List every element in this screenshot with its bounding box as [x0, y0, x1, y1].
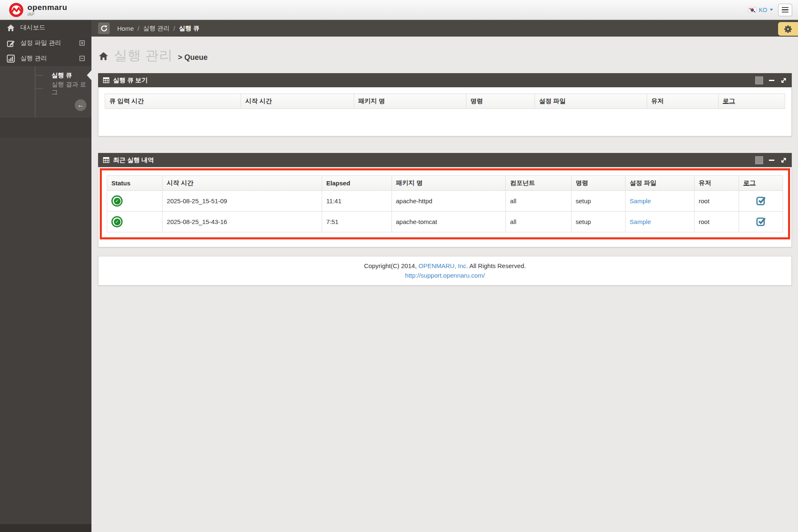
sidebar-background	[0, 138, 91, 524]
status-success-icon	[111, 216, 123, 227]
sidebar-item-dashboard[interactable]: 대시보드	[0, 20, 91, 35]
brand-subtitle: iAP	[27, 12, 67, 17]
home-icon	[98, 51, 109, 61]
sidebar-item-label: 실행 관리	[20, 54, 47, 62]
col-elapsed[interactable]: Elapsed	[322, 176, 392, 191]
col-command[interactable]: 명령	[571, 176, 626, 191]
brand-name: openmaru	[27, 3, 67, 11]
bar-chart-icon	[7, 54, 15, 63]
col-config-file[interactable]: 설정 파일	[534, 94, 647, 109]
config-sample-link[interactable]: Sample	[630, 197, 651, 204]
col-user[interactable]: 유저	[694, 176, 739, 191]
copyright-line: Copyright(C) 2014, OPENMARU, Inc. All Ri…	[103, 261, 787, 271]
expand-diagonal-icon	[781, 77, 787, 84]
support-url-link[interactable]: http://support.opennaru.com/	[405, 272, 485, 279]
breadcrumb-separator: /	[138, 25, 139, 32]
col-start-time[interactable]: 시작 시간	[241, 94, 354, 109]
recent-executions-table: Status 시작 시간 Elapsed 패키지 명 컴포넌트 명령 설정 파일…	[107, 175, 783, 232]
cell-start-time: 2025-08-25_15-51-09	[163, 191, 322, 212]
col-status[interactable]: Status	[107, 176, 163, 191]
cell-elapsed: 11:41	[322, 191, 392, 212]
view-log-button[interactable]	[756, 216, 766, 227]
queue-table-header-row: 큐 입력 시간 시작 시간 패키지 명 명령 설정 파일 유저 로그	[105, 94, 785, 109]
col-command[interactable]: 명령	[466, 94, 534, 109]
language-selector[interactable]: KO	[748, 7, 773, 13]
breadcrumb-separator: /	[173, 25, 175, 32]
korean-flag-icon	[748, 7, 756, 12]
cell-component: all	[506, 191, 571, 212]
copyright-prefix: Copyright(C) 2014,	[364, 262, 419, 269]
recent-executions-panel: 최근 실행 내역	[98, 153, 792, 247]
sidebar-item-execution-result-log[interactable]: 실행 결과 로그	[0, 82, 91, 95]
page-title: 실행 관리	[114, 47, 173, 65]
table-row: 2025-08-25_15-43-16 7:51 apache-tomcat a…	[107, 212, 783, 232]
col-user[interactable]: 유저	[647, 94, 718, 109]
col-package-name[interactable]: 패키지 명	[354, 94, 466, 109]
queue-table: 큐 입력 시간 시작 시간 패키지 명 명령 설정 파일 유저 로그	[105, 94, 785, 109]
expand-plus-icon[interactable]	[79, 40, 85, 46]
footer: Copyright(C) 2014, OPENMARU, Inc. All Ri…	[98, 256, 792, 286]
breadcrumb-home[interactable]: Home	[117, 25, 134, 32]
cell-command: setup	[571, 212, 626, 232]
col-component[interactable]: 컴포넌트	[506, 176, 571, 191]
widget-handle-icon[interactable]	[755, 156, 763, 164]
sidebar-collapse-button[interactable]: ←	[75, 99, 86, 111]
status-success-icon	[111, 195, 123, 207]
page-subtitle: > Queue	[178, 53, 208, 62]
table-icon	[103, 157, 109, 163]
cell-command: setup	[571, 191, 626, 212]
sidebar-item-config-files[interactable]: 설정 파일 관리	[0, 35, 91, 51]
cell-user: root	[694, 191, 739, 212]
col-config-file[interactable]: 설정 파일	[626, 176, 695, 191]
edit-icon	[7, 39, 15, 47]
queue-panel: 실행 큐 보기	[98, 73, 792, 136]
check-square-icon	[756, 195, 766, 206]
panel-expand-button[interactable]	[781, 77, 787, 84]
settings-flyout-tab[interactable]	[778, 22, 798, 36]
col-package-name[interactable]: 패키지 명	[392, 176, 506, 191]
home-icon	[7, 24, 15, 32]
widget-handle-icon[interactable]	[755, 76, 763, 84]
recent-panel-header: 최근 실행 내역	[98, 153, 792, 167]
breadcrumb-execution[interactable]: 실행 관리	[143, 25, 170, 32]
collapse-minus-icon[interactable]	[79, 56, 85, 61]
logo-link[interactable]: openmaru iAP	[9, 3, 67, 17]
sidebar-bottom-strip	[0, 524, 91, 532]
sidebar-item-execution-queue[interactable]: 실행 큐	[0, 69, 91, 82]
sidebar-item-execution[interactable]: 실행 관리	[0, 51, 91, 66]
recent-table-header-row: Status 시작 시간 Elapsed 패키지 명 컴포넌트 명령 설정 파일…	[107, 176, 783, 191]
table-icon	[103, 77, 109, 83]
panel-collapse-button[interactable]	[769, 77, 775, 83]
panel-collapse-button[interactable]	[769, 157, 775, 163]
breadcrumb: Home / 실행 관리 / 실행 큐	[117, 25, 200, 32]
queue-table-empty-area	[105, 109, 785, 130]
recent-panel-title: 최근 실행 내역	[113, 156, 154, 164]
cell-component: all	[506, 212, 571, 232]
view-log-button[interactable]	[756, 195, 766, 206]
page-header: 실행 관리 > Queue	[91, 37, 798, 73]
col-log[interactable]: 로그	[718, 94, 785, 109]
cell-elapsed: 7:51	[322, 212, 392, 232]
col-start-time[interactable]: 시작 시간	[163, 176, 322, 191]
cell-user: root	[694, 212, 739, 232]
openmaru-logo-icon	[9, 3, 23, 17]
col-queue-entry-time[interactable]: 큐 입력 시간	[105, 94, 241, 109]
gear-icon	[784, 25, 792, 33]
cell-start-time: 2025-08-25_15-43-16	[163, 212, 322, 232]
panel-expand-button[interactable]	[781, 157, 787, 163]
config-sample-link[interactable]: Sample	[630, 218, 651, 225]
hamburger-menu-button[interactable]	[778, 4, 792, 16]
execution-submenu: 실행 큐 실행 결과 로그 ←	[0, 66, 91, 118]
language-code: KO	[759, 7, 767, 13]
col-log[interactable]: 로그	[739, 176, 783, 191]
main-content: Home / 실행 관리 / 실행 큐 실행 관리 > Queue	[91, 20, 798, 532]
queue-panel-title: 실행 큐 보기	[113, 76, 148, 84]
sub-item-label: 실행 큐	[52, 71, 72, 79]
top-header: openmaru iAP KO	[0, 0, 798, 20]
cell-package: apache-httpd	[392, 191, 506, 212]
refresh-button[interactable]	[98, 22, 110, 34]
refresh-icon	[101, 25, 108, 32]
table-row: 2025-08-25_15-51-09 11:41 apache-httpd a…	[107, 191, 783, 212]
sidebar: 대시보드 설정 파일 관리 실행 관리	[0, 20, 91, 532]
openmaru-link[interactable]: OPENMARU, Inc.	[419, 262, 468, 269]
